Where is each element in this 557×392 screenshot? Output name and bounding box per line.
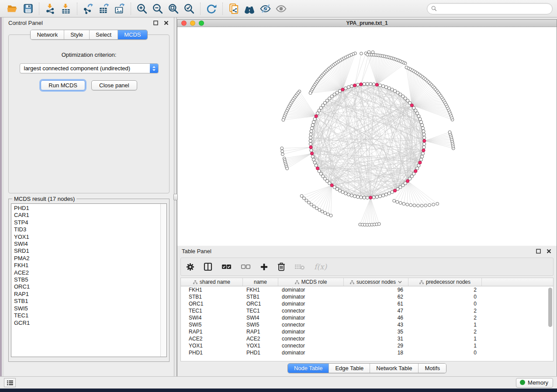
mcds-result-item[interactable]: PHD1 [14, 205, 158, 212]
cell-shared_name: ORC1 [181, 300, 243, 307]
table-row[interactable]: SWI5SWI5connector431 [181, 321, 553, 328]
mcds-result-group: MCDS result (17 nodes) PHD1CAR1STP4TID3Y… [8, 199, 170, 362]
float-panel-icon[interactable] [152, 20, 159, 26]
mcds-result-item[interactable]: STP4 [14, 219, 158, 226]
network-canvas[interactable] [177, 27, 557, 246]
mcds-result-item[interactable]: GCR1 [14, 320, 158, 327]
zoom-out-button[interactable] [150, 2, 165, 16]
mcds-result-item[interactable]: ORC1 [14, 283, 158, 290]
mcds-result-item[interactable]: RAP1 [14, 291, 158, 298]
control-panel-header: Control Panel [4, 17, 174, 28]
mcds-result-item[interactable]: STB5 [14, 276, 158, 283]
mcds-list-scrollbar[interactable] [160, 204, 166, 357]
mcds-result-item[interactable]: TID3 [14, 226, 158, 233]
column-label: predecessor nodes [426, 279, 471, 285]
cell-shared_name: SWI5 [181, 321, 243, 328]
table-row[interactable]: SWI4SWI4dominator462 [181, 314, 553, 321]
cell-successors: 35 [344, 328, 408, 335]
tab-style[interactable]: Style [64, 30, 89, 39]
network-graph[interactable] [177, 27, 557, 246]
export-image-button[interactable] [112, 2, 127, 16]
refresh-view-button[interactable] [204, 2, 219, 16]
cell-predecessors: 1 [408, 321, 482, 328]
show-all-button[interactable] [242, 2, 257, 16]
table-row[interactable]: STB1STB1dominator620 [181, 293, 553, 300]
open-session-button[interactable] [5, 2, 20, 16]
import-network-button[interactable] [43, 2, 58, 16]
save-session-button[interactable] [21, 2, 35, 16]
vertical-splitter[interactable] [174, 17, 177, 376]
search-input[interactable] [439, 6, 548, 12]
table-row[interactable]: ORC1ORC1dominator610 [181, 300, 553, 307]
import-table-button[interactable] [59, 2, 73, 16]
network-window-titlebar[interactable]: YPA_prune.txt_1 [177, 20, 557, 27]
column-header-role[interactable]: MCDS role [278, 278, 344, 286]
task-history-button[interactable] [4, 378, 16, 387]
export-network-button[interactable] [81, 2, 96, 16]
memory-button[interactable]: Memory [516, 378, 553, 388]
mcds-result-item[interactable]: TEC1 [14, 312, 158, 319]
search-field[interactable] [427, 3, 553, 14]
export-table-button[interactable] [97, 2, 111, 16]
delete-column-button[interactable] [277, 262, 285, 271]
hide-selected-button[interactable] [258, 2, 273, 16]
tab-mcds[interactable]: MCDS [118, 30, 147, 39]
table-row[interactable]: ACE2ACE2connector311 [181, 335, 553, 342]
mcds-result-item[interactable]: STB1 [14, 298, 158, 305]
cell-role: connector [278, 321, 344, 328]
close-panel-icon[interactable] [163, 20, 170, 26]
cell-shared_name: PHD1 [181, 349, 243, 356]
show-hidden-button[interactable] [273, 2, 288, 16]
table-row[interactable]: RAP1RAP1dominator352 [181, 328, 553, 335]
tab-edge-table[interactable]: Edge Table [329, 364, 370, 373]
add-column-button[interactable] [260, 263, 268, 271]
column-header-shared_name[interactable]: shared name [181, 278, 243, 286]
tab-network[interactable]: Network [31, 30, 64, 39]
close-panel-icon[interactable] [545, 248, 552, 254]
criterion-dropdown[interactable]: largest connected component (undirected) [20, 63, 159, 73]
cell-name: PHD1 [243, 349, 278, 356]
column-header-predecessors[interactable]: predecessor nodes [408, 278, 482, 286]
select-all-rows-button[interactable] [221, 264, 232, 270]
tab-network-table[interactable]: Network Table [370, 364, 418, 373]
deselect-all-rows-button[interactable] [241, 264, 251, 270]
tab-select[interactable]: Select [89, 30, 118, 39]
mcds-result-item[interactable]: SWI5 [14, 305, 158, 312]
split-table-button[interactable] [204, 262, 212, 271]
table-row[interactable]: FKH1FKH1dominator962 [181, 286, 553, 293]
mcds-result-item[interactable]: ACE2 [14, 269, 158, 276]
table-row[interactable]: TEC1TEC1connector472 [181, 307, 553, 314]
zoom-in-button[interactable] [135, 2, 149, 16]
clone-network-button[interactable] [226, 2, 241, 16]
export-network-icon [83, 3, 94, 14]
column-label: MCDS role [301, 279, 327, 285]
network-view-window: YPA_prune.txt_1 [177, 19, 557, 246]
table-row[interactable]: PHD1PHD1dominator180 [181, 349, 553, 356]
column-header-name[interactable]: name [243, 278, 278, 286]
cytoscape-window: Control Panel NetworkStyleSelectMCDS Opt… [0, 0, 557, 389]
table-scrollbar-thumb[interactable] [548, 288, 552, 327]
cell-predecessors: 0 [408, 293, 482, 300]
tab-node-table[interactable]: Node Table [288, 364, 329, 373]
mcds-result-item[interactable]: SRD1 [14, 248, 158, 254]
mcds-result-item[interactable]: FKH1 [14, 262, 158, 269]
zoom-selected-button[interactable] [182, 2, 197, 16]
table-options-gear-button[interactable] [186, 263, 194, 271]
mcds-result-item[interactable]: CAR1 [14, 212, 158, 219]
cell-predecessors: 2 [408, 314, 482, 321]
column-label: shared name [200, 279, 230, 285]
table-panel-header: Table Panel [177, 246, 557, 257]
mcds-result-item[interactable]: SWI4 [14, 241, 158, 248]
column-header-successors[interactable]: successor nodes [344, 278, 408, 286]
zoom-fit-button[interactable] [166, 2, 181, 16]
zoom-fit-icon [168, 3, 179, 14]
run-mcds-button[interactable]: Run MCDS [41, 80, 85, 90]
table-row[interactable]: YOX1YOX1connector291 [181, 342, 553, 349]
mcds-result-item[interactable]: YOX1 [14, 234, 158, 241]
mcds-result-item[interactable]: PMA2 [14, 255, 158, 262]
float-panel-icon[interactable] [535, 248, 542, 254]
tab-motifs[interactable]: Motifs [418, 364, 446, 373]
cell-predecessors: 2 [408, 328, 482, 335]
close-panel-button[interactable]: Close panel [91, 80, 137, 90]
splitter-handle-icon[interactable] [173, 194, 178, 200]
